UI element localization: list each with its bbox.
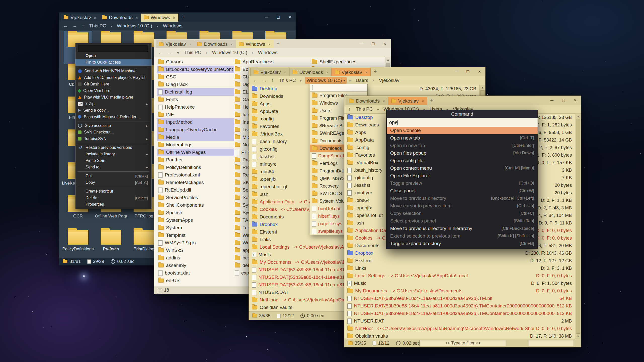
menu-item-svn-checkout[interactable]: SVN Checkout... bbox=[75, 129, 151, 135]
list-item[interactable]: Local SettingsC:\Users\Vjekoslav\AppData… bbox=[344, 272, 581, 280]
tab-close-icon[interactable]: × bbox=[231, 42, 233, 47]
list-item[interactable]: My DocumentsC:\Users\Vjekoslav\Documents… bbox=[344, 287, 581, 295]
maximize-button[interactable]: □ bbox=[368, 39, 379, 48]
back-icon[interactable]: ← bbox=[252, 78, 259, 83]
list-item[interactable]: RemotePackages bbox=[157, 179, 234, 186]
menu-item-send-to[interactable]: Send to▸ bbox=[75, 164, 151, 170]
maximize-button[interactable]: □ bbox=[462, 67, 474, 76]
list-item[interactable]: ShellExperiences bbox=[310, 58, 388, 66]
menu-item-add-to-vlc-media-player-s-playlist[interactable]: Add to VLC media player's Playlist bbox=[75, 74, 151, 81]
back-icon[interactable]: ← bbox=[62, 23, 69, 29]
menu-item-give-access-to[interactable]: Give access to▸ bbox=[75, 122, 151, 129]
list-item[interactable]: System bbox=[157, 224, 234, 232]
tab-close-icon[interactable]: × bbox=[365, 70, 367, 74]
minimize-button[interactable]: ─ bbox=[356, 39, 368, 48]
list-item[interactable]: EksterniD: 12, F: 127, 12 GB bbox=[344, 257, 581, 264]
palette-item-copy-selection[interactable]: Copy selection[Ctrl+C] bbox=[387, 210, 538, 217]
tab-close-icon[interactable]: × bbox=[189, 42, 191, 47]
palette-item-move-to-previous-directory[interactable]: Move to previous directory[Backspace] [C… bbox=[387, 195, 538, 202]
up-icon[interactable]: ↑ bbox=[270, 78, 275, 83]
list-item[interactable]: DiagTrack bbox=[157, 81, 234, 88]
tab-vjekoslav[interactable]: Vjekoslav× bbox=[250, 68, 289, 76]
palette-item-toggle-expand-directory[interactable]: Toggle expand directory[Ctrl+B] bbox=[387, 240, 538, 247]
list-item[interactable]: Speech bbox=[157, 209, 234, 216]
menu-item-play-with-vlc-media-player[interactable]: Play with VLC media player bbox=[75, 94, 151, 101]
list-item[interactable]: en-US bbox=[157, 277, 234, 284]
close-button[interactable]: × bbox=[284, 13, 296, 22]
menu-item-send-a-copy[interactable]: Send a copy... bbox=[75, 107, 151, 114]
forward-icon[interactable]: → bbox=[167, 50, 173, 55]
forward-icon[interactable]: → bbox=[71, 23, 78, 29]
tab-windows[interactable]: Windows× bbox=[141, 14, 178, 22]
palette-item-move-to-previous-directory-in-hierarchy[interactable]: Move to previous directory in hierarchy[… bbox=[387, 225, 538, 232]
palette-item-open-context-menu[interactable]: Open context menu[Ctrl+M] [Menu] bbox=[387, 164, 538, 172]
menu-item-include-in-library[interactable]: Include in library▸ bbox=[75, 151, 151, 157]
menu-item-open-vim-here[interactable]: Open Vim here bbox=[75, 87, 151, 94]
breadcrumb-item-this-pc[interactable]: This PC bbox=[183, 49, 203, 56]
tab-vjekoslav[interactable]: Vjekoslav× bbox=[156, 40, 194, 48]
list-item[interactable]: PolicyDefinitions bbox=[157, 164, 234, 171]
minimize-button[interactable]: ─ bbox=[261, 13, 272, 22]
list-item[interactable]: assembly bbox=[157, 262, 234, 269]
rename-input[interactable] bbox=[78, 45, 148, 52]
menu-item-scan-with-microsoft-defender[interactable]: Scan with Microsoft Defender... bbox=[75, 114, 151, 120]
list-item[interactable]: NetHoodC:\Users\Vjekoslav\AppData\Roamin… bbox=[344, 325, 581, 332]
menu-item-copy[interactable]: Copy[Ctrl+C] bbox=[75, 179, 151, 186]
breadcrumb-item-windows-10-c[interactable]: Windows 10 (C:) bbox=[211, 49, 249, 56]
list-item[interactable]: NTUSER.DAT{53b39e88-18c4-11ea-a811-000d3… bbox=[344, 302, 581, 310]
list-item[interactable]: SystemApps bbox=[157, 216, 234, 224]
close-button[interactable]: × bbox=[474, 67, 485, 76]
new-tab-button[interactable]: + bbox=[273, 40, 283, 47]
list-item[interactable]: NTUSER.DAT2 MB bbox=[344, 317, 581, 325]
new-tab-button[interactable]: + bbox=[371, 68, 380, 75]
tab-windows[interactable]: Windows× bbox=[236, 40, 273, 48]
list-item[interactable]: CSC bbox=[157, 73, 234, 81]
scroll-up-icon[interactable]: ▲ bbox=[481, 86, 484, 89]
tab-vjekoslav[interactable]: Vjekoslav× bbox=[332, 68, 371, 76]
palette-item-open-new-tab[interactable]: Open new tab[Ctrl+T] bbox=[387, 134, 538, 142]
new-tab-button[interactable]: + bbox=[178, 14, 188, 20]
list-item[interactable]: MusicD: 0, F: 1, 504 bytes bbox=[344, 280, 581, 287]
tab-downloads[interactable]: Downloads× bbox=[346, 97, 388, 105]
tab-close-icon[interactable]: × bbox=[422, 99, 424, 103]
list-item[interactable]: bootstat.dat bbox=[157, 269, 234, 277]
list-item[interactable]: WinSxS bbox=[157, 247, 234, 254]
list-item[interactable]: HelpPane.exe bbox=[157, 103, 234, 111]
up-icon[interactable]: ↑ bbox=[347, 106, 352, 112]
scroll-down-icon[interactable]: ▼ bbox=[577, 335, 580, 338]
folder-item[interactable]: PrintDialog bbox=[130, 229, 158, 258]
palette-item-open-in-new-tab[interactable]: Open in new tab[Ctrl+Enter] bbox=[387, 142, 538, 149]
back-icon[interactable]: ← bbox=[157, 50, 164, 55]
dropdown-filter-input[interactable] bbox=[310, 84, 367, 92]
palette-item-open-files-popup[interactable]: Open files popup[Alt+Down] bbox=[387, 149, 538, 157]
palette-item-extend-selection-to-previous-item[interactable]: Extend selection to previous item[Shift+… bbox=[387, 232, 538, 240]
breadcrumb-item-users[interactable]: Users bbox=[354, 77, 370, 84]
scrollbar-thumb[interactable] bbox=[576, 119, 580, 334]
scrollbar[interactable]: ▲ ▼ bbox=[575, 114, 581, 339]
tab-close-icon[interactable]: × bbox=[136, 16, 138, 20]
menu-item-cut[interactable]: Cut[Ctrl+X] bbox=[75, 173, 151, 179]
list-item[interactable]: InputMethod bbox=[157, 118, 234, 126]
list-item[interactable]: ShellComponents bbox=[157, 201, 234, 209]
list-item[interactable]: NTUSER.DAT{53b39e88-18c4-11ea-a811-000d3… bbox=[344, 310, 581, 317]
palette-item-close-panel[interactable]: Close panel[Ctrl+W] bbox=[387, 187, 538, 195]
list-item[interactable]: addins bbox=[157, 254, 234, 262]
list-item[interactable]: Fonts bbox=[157, 96, 234, 103]
list-item[interactable]: NTUSER.DAT{53b39e88-18c4-11ea-a811-000d3… bbox=[344, 295, 581, 302]
list-item[interactable]: RtlExUpd.dll bbox=[157, 186, 234, 194]
tab-vjekoslav[interactable]: Vjekoslav× bbox=[388, 97, 427, 105]
list-item[interactable]: BitLockerDiscoveryVolumeContents bbox=[157, 66, 234, 73]
forward-icon[interactable]: → bbox=[261, 78, 268, 83]
tab-close-icon[interactable]: × bbox=[173, 16, 175, 20]
list-item[interactable]: DropboxD: 230, F: 1043, 46 GB bbox=[344, 249, 581, 257]
menu-item-pin-to-start[interactable]: Pin to Start bbox=[75, 157, 151, 164]
menu-item-restore-previous-versions[interactable]: Restore previous versions bbox=[75, 144, 151, 151]
breadcrumb-item-windows-10-c[interactable]: Windows 10 (C:)▾ bbox=[305, 77, 347, 84]
tab-downloads[interactable]: Downloads× bbox=[99, 14, 141, 22]
breadcrumb-item-this-pc[interactable]: This PC bbox=[354, 106, 375, 112]
list-item[interactable]: Professional.xml bbox=[157, 171, 234, 179]
up-icon[interactable]: ↑ bbox=[81, 23, 85, 29]
list-item[interactable]: WMSysPr9.prx bbox=[157, 239, 234, 247]
list-item[interactable]: ServiceProfiles bbox=[157, 194, 234, 201]
close-button[interactable]: × bbox=[569, 96, 581, 105]
